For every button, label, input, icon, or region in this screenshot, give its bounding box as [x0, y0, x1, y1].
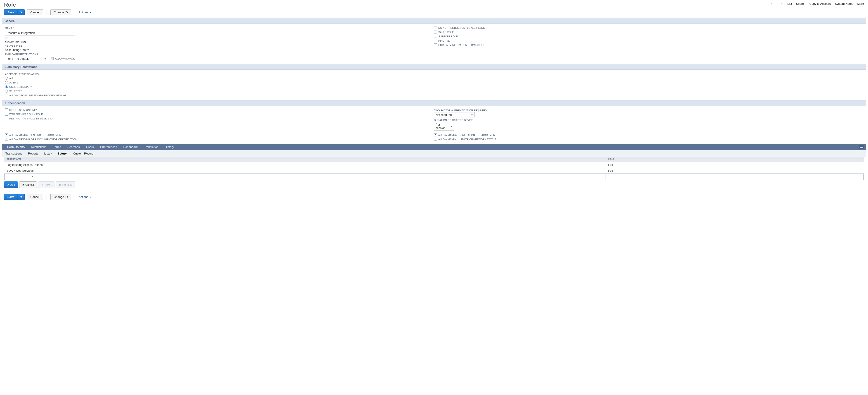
- change-id-button[interactable]: Change ID: [51, 9, 71, 16]
- tab-searches[interactable]: Searches: [64, 144, 83, 150]
- save-button[interactable]: Save: [4, 9, 18, 16]
- tfa-select[interactable]: Not required ▼: [434, 112, 475, 117]
- actions-menu-bottom[interactable]: Actions ▼: [79, 195, 91, 199]
- page-title: Role: [4, 2, 16, 8]
- save-dropdown-button-bottom[interactable]: ▼: [18, 194, 25, 200]
- id-label: ID: [5, 37, 434, 40]
- inactive-checkbox[interactable]: [434, 39, 437, 42]
- subtab-lists[interactable]: Lists•: [43, 150, 53, 157]
- nav-copy-to-account[interactable]: Copy to Account: [809, 2, 831, 5]
- actions-menu[interactable]: Actions ▼: [79, 11, 91, 14]
- cancel-row-button[interactable]: ✖Cancel: [19, 181, 37, 188]
- remove-row-button: 🗑Remove: [56, 181, 75, 188]
- tab-forms[interactable]: Forms: [50, 144, 64, 150]
- allow-viewing-label: ALLOW VIEWING: [55, 57, 75, 60]
- allow-send-cert-checkbox[interactable]: [5, 138, 8, 141]
- tfa-label: TWO-FACTOR AUTHENTICATION REQUIRED: [434, 109, 863, 112]
- subtab-custom-record[interactable]: Custom Record: [72, 150, 94, 157]
- chevron-down-icon: ▼: [44, 57, 46, 60]
- cancel-button-bottom[interactable]: Cancel: [27, 194, 43, 200]
- tab-permissions[interactable]: Permissions: [4, 144, 28, 150]
- tab-translation[interactable]: Translation: [141, 144, 162, 150]
- chevron-down-icon: ▼: [451, 125, 453, 128]
- employee-restrictions-label: EMPLOYEE RESTRICTIONS: [5, 53, 434, 56]
- name-label: NAME *: [5, 27, 434, 30]
- name-input[interactable]: [5, 30, 75, 36]
- tab-preferences[interactable]: Prreferences: [97, 144, 120, 150]
- save-dropdown-button[interactable]: ▼: [18, 9, 25, 16]
- x-icon: ✖: [22, 183, 24, 187]
- tab-layout-toggle-icon[interactable]: [859, 145, 864, 149]
- nav-search[interactable]: Search: [796, 2, 805, 5]
- toolbar-divider: [46, 10, 47, 15]
- toolbar-divider: [75, 10, 75, 15]
- chevron-down-icon: ▼: [471, 114, 473, 116]
- chevron-down-icon: ▼: [89, 196, 91, 198]
- subtab-reports[interactable]: Reports: [27, 150, 39, 157]
- chevron-down-icon: ▼: [31, 175, 33, 177]
- insert-row-button: ＋Insert: [38, 181, 55, 188]
- subs-selected-radio[interactable]: [5, 90, 8, 92]
- ws-only-checkbox[interactable]: [5, 113, 8, 116]
- table-row[interactable]: Log in using Access Tokens Full: [4, 162, 864, 168]
- subtab-transactions[interactable]: Transactions: [4, 150, 23, 157]
- nav-back-icon[interactable]: ←: [770, 2, 775, 6]
- no-restrict-emp-checkbox[interactable]: [434, 26, 437, 29]
- table-edit-row[interactable]: ▼: [4, 174, 864, 180]
- sso-checkbox[interactable]: [5, 108, 8, 111]
- plus-icon: ＋: [41, 183, 44, 186]
- trash-icon: 🗑: [59, 183, 61, 187]
- add-row-button[interactable]: ✔Add: [4, 181, 18, 188]
- permission-select[interactable]: ▼: [5, 174, 34, 179]
- tab-dashboard[interactable]: Dashboard: [120, 144, 141, 150]
- table-row[interactable]: SOAP Web Services Full: [4, 168, 864, 174]
- accessible-subs-label: ACCESSIBLE SUBSIDIARIES: [5, 73, 434, 76]
- subs-user-radio[interactable]: [5, 85, 8, 88]
- restrict-device-checkbox[interactable]: [5, 117, 8, 120]
- allow-viewing-checkbox[interactable]: [51, 57, 54, 60]
- id-value: customrole1079: [5, 40, 434, 44]
- nav-system-notes[interactable]: System Notes: [835, 2, 853, 5]
- tab-restrictions[interactable]: Restrictions: [28, 144, 50, 150]
- centre-type-label: CENTRE TYPE: [5, 45, 434, 48]
- allow-cross-sub-checkbox[interactable]: [5, 94, 8, 97]
- check-icon: ✔: [7, 183, 9, 187]
- sales-role-checkbox[interactable]: [434, 31, 437, 33]
- nav-list[interactable]: List: [787, 2, 792, 5]
- col-level: LEVEL: [606, 157, 864, 162]
- nav-forward-icon[interactable]: →: [779, 2, 783, 6]
- toolbar-divider: [75, 195, 75, 200]
- support-role-checkbox[interactable]: [434, 35, 437, 38]
- toolbar-divider: [46, 195, 47, 200]
- core-admin-checkbox[interactable]: [434, 44, 437, 46]
- chevron-down-icon: ▼: [89, 11, 91, 14]
- nav-more[interactable]: More: [857, 2, 864, 5]
- tab-users[interactable]: Users: [83, 144, 97, 150]
- permissions-table: PERMISSION * LEVEL Log in using Access T…: [4, 157, 864, 180]
- allow-update-net-checkbox[interactable]: [434, 138, 437, 141]
- allow-send-edoc-checkbox[interactable]: [5, 134, 8, 136]
- section-general: General: [2, 18, 866, 24]
- save-button-bottom[interactable]: Save: [4, 194, 18, 200]
- section-subsidiary: Subsidiary Restrictions: [2, 64, 866, 70]
- tab-history[interactable]: History: [162, 144, 177, 150]
- subtab-setup[interactable]: Setup•: [57, 150, 68, 157]
- subs-all-radio[interactable]: [5, 77, 8, 80]
- section-auth: Authentication: [2, 100, 866, 106]
- duration-select[interactable]: Per session ▼: [434, 122, 454, 131]
- col-permission: PERMISSION *: [4, 157, 606, 162]
- duration-label: DURATION OF TRUSTED DEVICE: [434, 119, 863, 121]
- subs-active-radio[interactable]: [5, 81, 8, 84]
- allow-gen-edoc-checkbox[interactable]: [434, 134, 437, 136]
- employee-restrictions-select[interactable]: none - no default ▼: [5, 56, 48, 61]
- centre-type-value: Accounting Centre: [5, 48, 434, 52]
- change-id-button-bottom[interactable]: Change ID: [51, 194, 71, 200]
- cancel-button[interactable]: Cancel: [27, 9, 43, 16]
